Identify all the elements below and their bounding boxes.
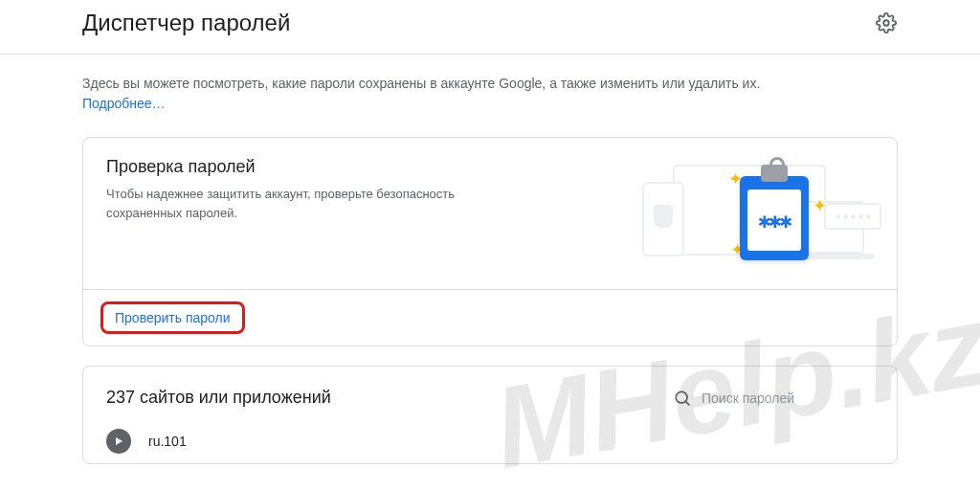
settings-button[interactable]	[875, 11, 898, 34]
check-passwords-button[interactable]: Проверить пароли	[100, 301, 245, 334]
intro-text: Здесь вы можете посмотреть, какие пароли…	[82, 74, 898, 114]
site-favicon	[106, 429, 131, 454]
clipboard-icon: ✱✱✱	[740, 176, 809, 260]
page-title: Диспетчер паролей	[82, 10, 290, 36]
password-checkup-card: Проверка паролей Чтобы надежнее защитить…	[82, 137, 898, 346]
intro-description: Здесь вы можете посмотреть, какие пароли…	[82, 76, 760, 91]
site-row[interactable]: ru.101	[83, 417, 897, 463]
site-name: ru.101	[148, 434, 187, 449]
play-icon	[113, 435, 124, 447]
svg-point-0	[883, 20, 889, 26]
saved-count-title: 237 сайтов или приложений	[106, 388, 331, 408]
search-icon	[673, 389, 692, 408]
sparkle-icon: ✦	[813, 195, 827, 216]
checkup-description: Чтобы надежнее защитить аккаунт, проверь…	[106, 185, 508, 222]
svg-line-2	[686, 401, 690, 405]
saved-passwords-card: 237 сайтов или приложений ru.101	[82, 366, 898, 464]
checkup-illustration: ✦ ✦ ✦ ✱✱✱	[625, 157, 874, 272]
gear-icon	[876, 12, 897, 33]
learn-more-link[interactable]: Подробнее…	[82, 96, 166, 111]
clipboard-mask: ✱✱✱	[747, 189, 801, 251]
svg-marker-3	[116, 437, 122, 445]
svg-point-1	[676, 391, 687, 403]
search-input[interactable]	[702, 390, 874, 406]
checkup-title: Проверка паролей	[106, 157, 508, 177]
